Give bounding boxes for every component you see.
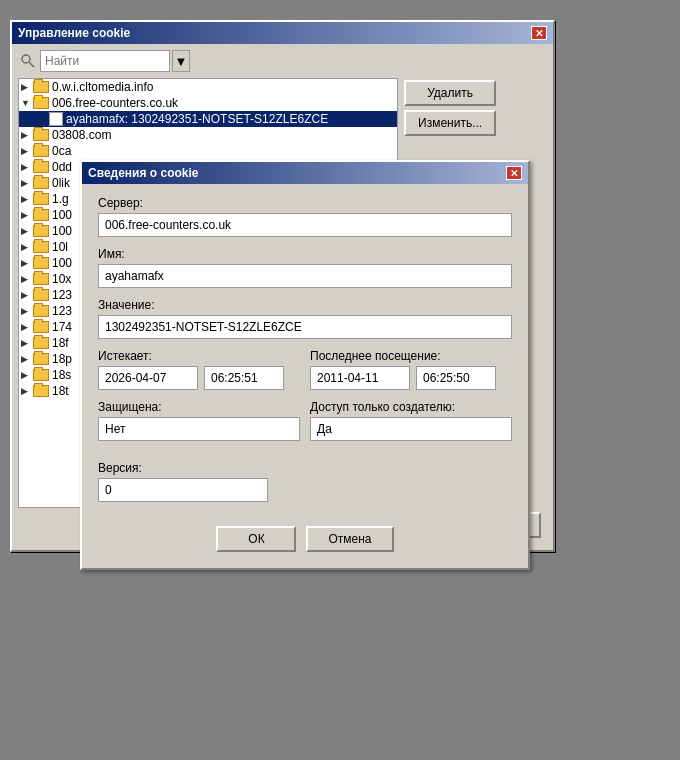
name-input[interactable] <box>98 264 512 288</box>
dialog-buttons: ОК Отмена <box>98 526 512 552</box>
tree-item[interactable]: ▶0.w.i.cltomedia.info <box>19 79 397 95</box>
folder-icon <box>33 321 49 333</box>
tree-item-label: 1.g <box>52 192 69 206</box>
edit-button[interactable]: Изменить... <box>404 110 496 136</box>
tree-item[interactable]: ▼006.free-counters.co.uk <box>19 95 397 111</box>
tree-item-label: 100 <box>52 208 72 222</box>
tree-arrow-icon: ▶ <box>21 178 33 188</box>
tree-arrow-icon: ▶ <box>21 322 33 332</box>
tree-arrow-icon: ▼ <box>21 98 33 108</box>
file-icon <box>49 112 63 126</box>
cancel-button[interactable]: Отмена <box>306 526 393 552</box>
version-input[interactable] <box>98 478 268 502</box>
tree-item-label: 0dd <box>52 160 72 174</box>
folder-icon <box>33 385 49 397</box>
folder-icon <box>33 193 49 205</box>
folder-icon <box>33 305 49 317</box>
tree-arrow-icon: ▶ <box>21 226 33 236</box>
tree-arrow-icon: ▶ <box>21 354 33 364</box>
expires-lastvisit-row: Истекает: Последнее посещение: <box>98 349 512 390</box>
name-label: Имя: <box>98 247 512 261</box>
tree-item[interactable]: ▶03808.com <box>19 127 397 143</box>
tree-arrow-icon: ▶ <box>21 274 33 284</box>
tree-item-label: 100 <box>52 224 72 238</box>
tree-item-label: 18f <box>52 336 69 350</box>
folder-icon <box>33 337 49 349</box>
cookie-dialog-content: Сервер: Имя: Значение: Истекает: Последн… <box>82 184 528 568</box>
tree-arrow-icon: ▶ <box>21 386 33 396</box>
folder-icon <box>33 177 49 189</box>
creator-only-col: Доступ только создателю: <box>310 400 512 441</box>
tree-item-label: 0.w.i.cltomedia.info <box>52 80 153 94</box>
tree-item-label: 18s <box>52 368 71 382</box>
cookie-dialog-title: Сведения о cookie <box>88 166 199 180</box>
main-window-title: Управление cookie <box>18 26 130 40</box>
tree-arrow-icon: ▶ <box>21 242 33 252</box>
expires-col: Истекает: <box>98 349 300 390</box>
lastvisit-label: Последнее посещение: <box>310 349 512 363</box>
protected-input[interactable] <box>98 417 300 441</box>
folder-icon <box>33 81 49 93</box>
tree-item-label: 123 <box>52 304 72 318</box>
folder-icon <box>33 369 49 381</box>
ok-button[interactable]: ОК <box>216 526 296 552</box>
tree-arrow-icon: ▶ <box>21 370 33 380</box>
folder-icon <box>33 289 49 301</box>
protected-creator-row: Защищена: Доступ только создателю: <box>98 400 512 441</box>
lastvisit-time-input[interactable] <box>416 366 496 390</box>
tree-item-label: 0lik <box>52 176 70 190</box>
folder-icon <box>33 225 49 237</box>
tree-item-label: ayahamafx: 1302492351-NOTSET-S12ZLE6ZCE <box>66 112 328 126</box>
lastvisit-col: Последнее посещение: <box>310 349 512 390</box>
tree-item-label: 006.free-counters.co.uk <box>52 96 178 110</box>
folder-icon <box>33 273 49 285</box>
tree-arrow-icon: ▶ <box>21 130 33 140</box>
tree-item-label: 174 <box>52 320 72 334</box>
tree-arrow-icon: ▶ <box>21 146 33 156</box>
tree-item-label: 18t <box>52 384 69 398</box>
tree-item-label: 10l <box>52 240 68 254</box>
cookie-dialog-close-button[interactable]: ✕ <box>506 166 522 180</box>
tree-item[interactable]: ▶0ca <box>19 143 397 159</box>
value-label: Значение: <box>98 298 512 312</box>
main-title-bar: Управление cookie ✕ <box>12 22 553 44</box>
main-close-button[interactable]: ✕ <box>531 26 547 40</box>
tree-arrow-icon: ▶ <box>21 194 33 204</box>
creator-only-label: Доступ только создателю: <box>310 400 512 414</box>
creator-only-input[interactable] <box>310 417 512 441</box>
cookie-dialog-title-bar: Сведения о cookie ✕ <box>82 162 528 184</box>
svg-line-1 <box>30 63 35 68</box>
folder-icon <box>33 145 49 157</box>
tree-item-label: 100 <box>52 256 72 270</box>
tree-arrow-icon: ▶ <box>21 290 33 300</box>
delete-button[interactable]: Удалить <box>404 80 496 106</box>
tree-item-label: 03808.com <box>52 128 111 142</box>
expires-date-input[interactable] <box>98 366 198 390</box>
tree-item[interactable]: ayahamafx: 1302492351-NOTSET-S12ZLE6ZCE <box>19 111 397 127</box>
tree-arrow-icon: ▶ <box>21 210 33 220</box>
value-input[interactable] <box>98 315 512 339</box>
folder-icon <box>33 209 49 221</box>
tree-item-label: 10x <box>52 272 71 286</box>
tree-item-label: 18p <box>52 352 72 366</box>
protected-label: Защищена: <box>98 400 300 414</box>
lastvisit-date-input[interactable] <box>310 366 410 390</box>
tree-arrow-icon: ▶ <box>21 306 33 316</box>
tree-arrow-icon: ▶ <box>21 258 33 268</box>
tree-arrow-icon: ▶ <box>21 82 33 92</box>
expires-date-row <box>98 366 300 390</box>
lastvisit-date-row <box>310 366 512 390</box>
tree-item-label: 0ca <box>52 144 71 158</box>
expires-time-input[interactable] <box>204 366 284 390</box>
folder-icon <box>33 353 49 365</box>
search-dropdown-button[interactable]: ▼ <box>172 50 190 72</box>
folder-icon <box>33 129 49 141</box>
tree-item-label: 123 <box>52 288 72 302</box>
folder-icon <box>33 161 49 173</box>
tree-arrow-icon: ▶ <box>21 162 33 172</box>
server-input[interactable] <box>98 213 512 237</box>
folder-icon <box>33 97 49 109</box>
svg-point-0 <box>22 55 30 63</box>
search-input[interactable] <box>40 50 170 72</box>
server-label: Сервер: <box>98 196 512 210</box>
